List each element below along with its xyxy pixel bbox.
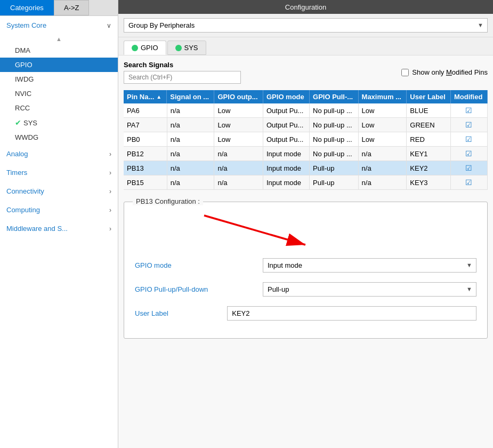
computing-label: Computing: [6, 206, 40, 214]
cell-pull: Pull-up: [310, 161, 359, 175]
cell-mode: Output Pu...: [263, 118, 310, 132]
modified-check-icon: ☑: [465, 164, 472, 172]
table-row[interactable]: PB15 n/a n/a Input mode Pull-up n/a KEY3…: [124, 175, 488, 190]
middleware-label: Middleware and S...: [6, 225, 68, 233]
categories-tab[interactable]: Categories: [0, 0, 54, 15]
cell-modified: ☑: [450, 161, 487, 175]
cell-signal: n/a: [167, 103, 214, 118]
cell-signal: n/a: [167, 118, 214, 132]
system-core-category[interactable]: System Core ∨: [0, 16, 118, 35]
gpio-tab[interactable]: GPIO: [124, 41, 166, 55]
cell-signal: n/a: [167, 161, 214, 175]
table-row[interactable]: PA7 n/a Low Output Pu... No pull-up ... …: [124, 118, 488, 132]
system-core-label: System Core: [6, 21, 46, 29]
search-input[interactable]: [124, 71, 241, 84]
cell-pull: No pull-up ...: [310, 118, 359, 132]
cell-modified: ☑: [450, 175, 487, 190]
table-row[interactable]: PB12 n/a n/a Input mode No pull-up ... n…: [124, 147, 488, 161]
sys-tab-dot: [175, 45, 182, 51]
search-section: Search Signals Show only Modified Pins: [124, 61, 488, 84]
col-gpio-output[interactable]: GPIO outp...: [214, 90, 263, 103]
timers-category[interactable]: Timers ›: [0, 163, 118, 182]
cell-modified: ☑: [450, 132, 487, 147]
table-header-row: Pin Na... ▲ Signal on ... GPIO outp... G…: [124, 90, 488, 103]
modified-pins-filter: Show only Modified Pins: [401, 68, 488, 76]
cell-output: Low: [214, 132, 263, 147]
cell-signal: n/a: [167, 175, 214, 190]
gpio-tab-dot: [132, 45, 138, 51]
gpio-pull-dropdown[interactable]: Pull-up Pull-down No pull-up and no pull…: [263, 282, 476, 297]
timers-label: Timers: [6, 169, 27, 177]
cell-pin: PB15: [124, 175, 167, 190]
cell-label: BLUE: [407, 103, 451, 118]
cell-modified: ☑: [450, 118, 487, 132]
col-user-label[interactable]: User Label: [407, 90, 451, 103]
cell-label: RED: [407, 132, 451, 147]
modified-check-icon: ☑: [465, 178, 472, 187]
sidebar-item-iwdg[interactable]: IWDG: [0, 72, 118, 86]
sidebar-item-dma[interactable]: DMA: [0, 43, 118, 58]
analog-category[interactable]: Analog ›: [0, 145, 118, 163]
cell-output: n/a: [214, 175, 263, 190]
cell-pin: PB12: [124, 147, 167, 161]
sidebar-item-wwdg[interactable]: WWDG: [0, 130, 118, 145]
computing-category[interactable]: Computing ›: [0, 201, 118, 219]
modified-check-icon: ☑: [465, 106, 472, 115]
az-tab[interactable]: A->Z: [54, 0, 90, 15]
cell-mode: Input mode: [263, 161, 310, 175]
sidebar-item-rcc[interactable]: RCC: [0, 101, 118, 115]
cell-pin: PA7: [124, 118, 167, 132]
cell-pin: PA6: [124, 103, 167, 118]
table-row[interactable]: PB13 n/a n/a Input mode Pull-up n/a KEY2…: [124, 161, 488, 175]
col-pin-name[interactable]: Pin Na... ▲: [124, 90, 167, 103]
col-gpio-pull[interactable]: GPIO Pull-...: [310, 90, 359, 103]
cell-pull: No pull-up ...: [310, 132, 359, 147]
cell-output: Low: [214, 118, 263, 132]
config-title: Configuration: [285, 3, 326, 11]
sidebar-item-gpio[interactable]: GPIO: [0, 58, 118, 72]
user-label-input[interactable]: [227, 306, 476, 321]
modified-pins-checkbox[interactable]: [401, 69, 409, 76]
gpio-pull-row: GPIO Pull-up/Pull-down Pull-up Pull-down…: [135, 282, 476, 297]
col-maximum[interactable]: Maximum ...: [358, 90, 407, 103]
sidebar-item-sys-label: SYS: [23, 119, 37, 127]
connectivity-label: Connectivity: [6, 187, 44, 195]
arrow-container: [135, 210, 476, 253]
search-row: Search Signals: [124, 61, 241, 84]
sidebar: Categories A->Z System Core ∨ ▲ DMA GPIO…: [0, 0, 118, 448]
table-row[interactable]: PB0 n/a Low Output Pu... No pull-up ... …: [124, 132, 488, 147]
user-label-row: User Label: [135, 306, 476, 321]
sidebar-item-nvic[interactable]: NVIC: [0, 86, 118, 101]
cell-max: Low: [358, 132, 407, 147]
connectivity-category[interactable]: Connectivity ›: [0, 182, 118, 201]
cell-signal: n/a: [167, 132, 214, 147]
timers-chevron: ›: [109, 169, 111, 177]
group-by-dropdown[interactable]: Group By Peripherals Group By IP: [124, 18, 488, 33]
connectivity-chevron: ›: [109, 188, 111, 195]
middleware-category[interactable]: Middleware and S... ›: [0, 219, 118, 238]
cell-output: n/a: [214, 161, 263, 175]
search-label: Search Signals: [124, 61, 241, 69]
col-signal[interactable]: Signal on ...: [167, 90, 214, 103]
sidebar-item-sys[interactable]: ✔ SYS: [0, 115, 118, 130]
cell-modified: ☑: [450, 147, 487, 161]
system-core-section: System Core ∨ ▲ DMA GPIO IWDG NVIC RCC ✔…: [0, 16, 118, 145]
cell-modified: ☑: [450, 103, 487, 118]
gpio-pull-label: GPIO Pull-up/Pull-down: [135, 285, 263, 293]
col-modified[interactable]: Modified: [450, 90, 487, 103]
gpio-mode-dropdown[interactable]: Input mode Output Push Pull Output Open …: [263, 258, 476, 273]
col-gpio-mode[interactable]: GPIO mode: [263, 90, 310, 103]
cell-max: n/a: [358, 147, 407, 161]
table-row[interactable]: PA6 n/a Low Output Pu... No pull-up ... …: [124, 103, 488, 118]
cell-max: Low: [358, 118, 407, 132]
scroll-up-arrow[interactable]: ▲: [0, 35, 118, 43]
gpio-table-body: PA6 n/a Low Output Pu... No pull-up ... …: [124, 103, 488, 190]
sys-tab[interactable]: SYS: [167, 41, 206, 55]
cell-pull: Pull-up: [310, 175, 359, 190]
gpio-mode-dropdown-wrapper: Input mode Output Push Pull Output Open …: [263, 258, 476, 273]
cell-label: KEY3: [407, 175, 451, 190]
gpio-pull-dropdown-wrapper: Pull-up Pull-down No pull-up and no pull…: [263, 282, 476, 297]
system-core-chevron: ∨: [107, 22, 111, 29]
pb13-config-title: PB13 Configuration :: [133, 197, 203, 205]
computing-chevron: ›: [109, 206, 111, 214]
